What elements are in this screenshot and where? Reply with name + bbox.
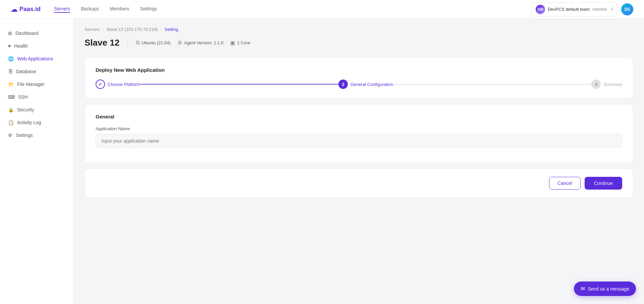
sidebar-item-database[interactable]: 🗄 Database [0,65,73,78]
os-icon: ⧉ [136,40,140,46]
sidebar-label-health: Health [14,43,28,49]
server-os: ⧉ Ubuntu (21.04) [136,40,171,46]
action-card: Cancel Continue [85,168,633,198]
cores-icon: ▣ [230,40,235,46]
logo[interactable]: ☁ Paas.id [11,5,41,13]
chat-icon: ✉ [581,286,585,292]
server-header: Slave 12 ⧉ Ubuntu (21.04) ⚙ Agent Versio… [85,37,633,48]
user-avatar[interactable]: DS [621,3,633,15]
step-3-number: 3 [595,82,597,87]
sidebar: ⊞ Dashboard ♥ Health 🌐 Web Applications … [0,19,74,304]
continue-button[interactable]: Continue [585,177,622,190]
breadcrumb-servers[interactable]: Servers [85,27,100,32]
team-caret-icon: ▾ [611,7,613,11]
breadcrumb: Servers › Slave 12 (103.176.78.218) › Se… [85,27,633,32]
step-1-label: Choose Platform [108,82,140,87]
sidebar-label-dashboard: Dashboard [15,31,39,36]
server-os-label: Ubuntu (21.04) [142,40,171,45]
team-role: member [592,7,607,12]
server-meta: ⧉ Ubuntu (21.04) ⚙ Agent Version: 1.1.0 … [136,40,250,46]
sidebar-item-dashboard[interactable]: ⊞ Dashboard [0,27,73,40]
nav-servers[interactable]: Servers [54,6,70,13]
server-header-divider [127,37,128,48]
step-2-label: General Configuration [351,82,393,87]
sidebar-label-file-manager: File Manager [17,82,45,87]
team-name: DevPCS default team [548,7,590,12]
sidebar-label-activity-log: Activity Log [17,120,41,125]
sidebar-label-ssh: SSH [18,94,28,100]
step-line-1 [140,84,338,85]
top-navigation: ☁ Paas.id Servers Backups Members Settin… [0,0,644,19]
step-1-check-icon: ✓ [98,82,102,87]
application-name-label: Application Name [96,126,622,131]
security-icon: 🔒 [8,107,14,112]
cancel-button[interactable]: Cancel [549,177,581,190]
main-content: Servers › Slave 12 (103.176.78.218) › Se… [74,19,644,304]
steps-progress: ✓ Choose Platform 2 General Configuratio… [96,80,622,89]
step-1: ✓ Choose Platform [96,80,140,89]
file-manager-icon: 📁 [8,82,14,87]
server-agent-label: Agent Version: 1.1.0 [184,40,223,45]
chat-button[interactable]: ✉ Send us a message [574,282,636,296]
step-3: 3 Summary [591,80,622,89]
sidebar-item-settings[interactable]: ⚙ Settings [0,129,73,142]
sidebar-item-ssh[interactable]: ⌨ SSH [0,91,73,103]
web-applications-icon: 🌐 [8,56,14,61]
sidebar-label-database: Database [16,69,36,74]
application-name-input[interactable] [96,134,622,148]
team-selector[interactable]: DM DevPCS default team member ▾ [531,2,617,16]
main-nav: Servers Backups Members Settings [54,6,157,13]
step-3-circle: 3 [591,80,601,89]
steps-card: Deploy New Web Application ✓ Choose Plat… [85,57,633,99]
breadcrumb-current: Setting [165,27,178,32]
dashboard-icon: ⊞ [8,31,12,36]
ssh-icon: ⌨ [8,94,15,100]
app-layout: ⊞ Dashboard ♥ Health 🌐 Web Applications … [0,19,644,304]
server-title: Slave 12 [85,38,119,48]
sidebar-item-web-applications[interactable]: 🌐 Web Applications [0,52,73,65]
server-agent: ⚙ Agent Version: 1.1.0 [177,40,223,46]
agent-icon: ⚙ [177,40,182,46]
team-avatar: DM [536,5,545,14]
step-1-circle: ✓ [96,80,105,89]
logo-icon: ☁ [11,5,17,13]
step-2-number: 2 [342,82,344,87]
nav-backups[interactable]: Backups [81,6,99,13]
sidebar-item-file-manager[interactable]: 📁 File Manager [0,78,73,91]
deploy-title: Deploy New Web Application [96,67,622,73]
breadcrumb-sep-1: › [102,27,104,32]
settings-icon: ⚙ [8,133,12,138]
sidebar-item-health[interactable]: ♥ Health [0,40,73,52]
form-card: General Application Name [85,104,633,163]
step-2: 2 General Configuration [338,80,393,89]
breadcrumb-sep-2: › [160,27,162,32]
sidebar-label-settings: Settings [16,133,33,138]
application-name-group: Application Name [96,126,622,148]
nav-settings[interactable]: Settings [140,6,157,13]
sidebar-label-security: Security [17,107,34,112]
nav-members[interactable]: Members [110,6,129,13]
activity-log-icon: 📋 [8,120,14,125]
form-section-title: General [96,114,622,119]
health-icon: ♥ [8,43,11,49]
logo-text: Paas.id [19,6,41,13]
sidebar-item-security[interactable]: 🔒 Security [0,103,73,116]
chat-label: Send us a message [588,286,629,292]
sidebar-label-web-applications: Web Applications [17,56,53,61]
server-cores-label: 1 Core [237,40,250,45]
step-3-label: Summary [603,82,622,87]
step-2-circle: 2 [338,80,348,89]
step-line-2 [393,84,591,85]
database-icon: 🗄 [8,69,13,74]
breadcrumb-slave[interactable]: Slave 12 (103.176.78.218) [106,27,158,32]
server-cores: ▣ 1 Core [230,40,250,46]
sidebar-item-activity-log[interactable]: 📋 Activity Log [0,116,73,129]
